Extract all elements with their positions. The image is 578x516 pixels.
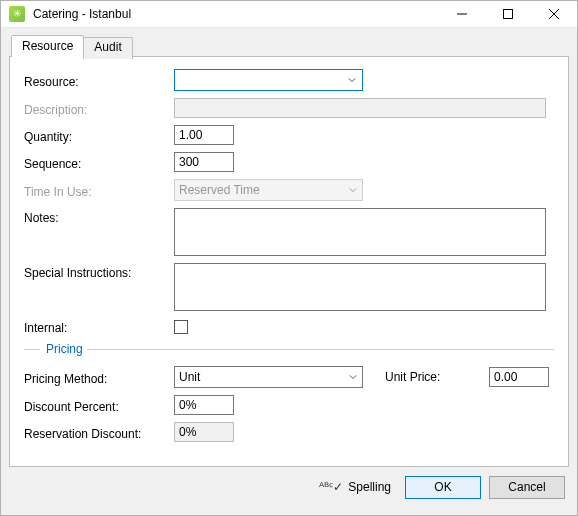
tab-panel-resource: Resource: Description: Quantity: Sequenc… — [9, 56, 569, 467]
unit-price-label: Unit Price: — [385, 370, 489, 384]
pricing-fieldset: Pricing Pricing Method: Unit Unit Price: — [24, 342, 554, 442]
special-instructions-field[interactable] — [174, 263, 546, 311]
notes-field[interactable] — [174, 208, 546, 256]
ok-button[interactable]: OK — [405, 476, 481, 499]
time-in-use-select: Reserved Time — [174, 179, 363, 201]
description-field — [174, 98, 546, 118]
minimize-icon — [457, 9, 467, 19]
spelling-button[interactable]: ᴬᴮᶜ✓ Spelling — [319, 480, 391, 494]
special-instructions-label: Special Instructions: — [24, 263, 174, 280]
internal-checkbox[interactable] — [174, 320, 188, 334]
cancel-button[interactable]: Cancel — [489, 476, 565, 499]
app-icon — [9, 6, 25, 22]
maximize-icon — [503, 9, 513, 19]
sequence-field[interactable] — [174, 152, 234, 172]
sequence-label: Sequence: — [24, 154, 174, 171]
time-in-use-label: Time In Use: — [24, 182, 174, 199]
minimize-button[interactable] — [439, 1, 485, 27]
titlebar: Catering - Istanbul — [1, 1, 577, 28]
maximize-button[interactable] — [485, 1, 531, 27]
tab-strip: Resource Audit — [9, 35, 569, 57]
client-area: Resource Audit Resource: Description: Qu… — [1, 28, 577, 515]
pricing-legend: Pricing — [40, 342, 87, 356]
unit-price-field[interactable] — [489, 367, 549, 387]
svg-rect-0 — [504, 10, 513, 19]
dialog-footer: ᴬᴮᶜ✓ Spelling OK Cancel — [9, 467, 569, 507]
tab-audit[interactable]: Audit — [83, 37, 132, 59]
quantity-label: Quantity: — [24, 127, 174, 144]
resource-label: Resource: — [24, 72, 174, 89]
description-label: Description: — [24, 100, 174, 117]
spelling-label: Spelling — [348, 480, 391, 494]
notes-label: Notes: — [24, 208, 174, 225]
reservation-discount-field — [174, 422, 234, 442]
window: Catering - Istanbul Resource Audit Resou… — [0, 0, 578, 516]
resource-select[interactable] — [174, 69, 363, 91]
window-title: Catering - Istanbul — [33, 7, 439, 21]
quantity-field[interactable] — [174, 125, 234, 145]
tab-resource[interactable]: Resource — [11, 35, 84, 57]
close-button[interactable] — [531, 1, 577, 27]
internal-label: Internal: — [24, 318, 174, 335]
reservation-discount-label: Reservation Discount: — [24, 424, 174, 441]
close-icon — [549, 9, 559, 19]
chevron-down-icon — [348, 73, 356, 87]
discount-percent-field[interactable] — [174, 395, 234, 415]
pricing-method-select[interactable]: Unit — [174, 366, 363, 388]
pricing-method-label: Pricing Method: — [24, 369, 174, 386]
discount-percent-label: Discount Percent: — [24, 397, 174, 414]
spellcheck-icon: ᴬᴮᶜ✓ — [319, 480, 343, 494]
